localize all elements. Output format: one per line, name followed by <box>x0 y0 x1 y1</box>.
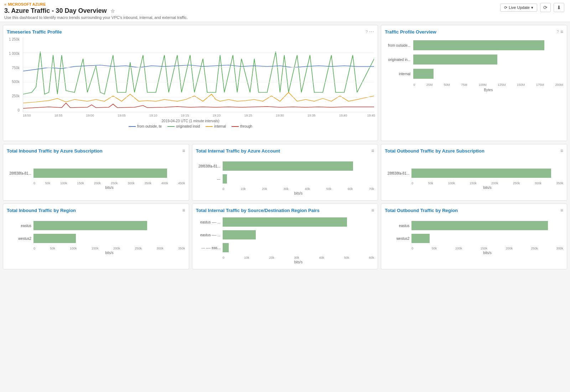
internal-pairs-bar3-container <box>223 243 374 252</box>
inbound-sub-bar-container <box>33 169 185 178</box>
outbound-sub-xlabel: bits/s <box>385 186 563 190</box>
live-update-button[interactable]: ⟳ Live Update ▾ <box>500 4 537 12</box>
outbound-region-title: Total Outbound Traffic by Region <box>385 208 458 213</box>
internal-account-bar1-label: 28f838fa-81... <box>196 164 223 168</box>
outbound-region-menu-icon[interactable]: ≡ <box>560 207 563 213</box>
bar-container-internal <box>413 69 563 79</box>
inbound-sub-bar-label: 28f838fa-81... <box>7 171 33 175</box>
ts-xlabel: 2019-04-23 UTC (1 minute intervals) <box>162 119 219 123</box>
inbound-sub-menu-icon[interactable]: ≡ <box>182 148 185 154</box>
brand-label[interactable]: MICROSOFT AZURE <box>4 2 566 6</box>
inbound-sub-chart: 28f838fa-81... 050k100k150k200k250k300k3… <box>7 156 185 191</box>
traffic-profile-overview-panel: Traffic Profile Overview ? ≡ from outsid… <box>381 25 567 141</box>
inbound-region-xaxis: 050k100k150k200k250k300k350k <box>7 247 185 250</box>
outbound-sub-bar-container <box>411 169 563 178</box>
outbound-sub-bar-label: 28f838fa-81... <box>385 171 411 175</box>
outbound-region-xlabel: bits/s <box>385 251 563 255</box>
internal-account-bar1-container <box>223 161 374 171</box>
outbound-sub-chart: 28f838fa-81... 050k100k150k200k250k300k3… <box>385 156 563 191</box>
ts-plot-area <box>23 37 374 112</box>
bar-container-from-outside <box>413 40 563 50</box>
download-button[interactable]: ⬇ <box>554 3 564 12</box>
bar-container-originated <box>413 55 563 65</box>
internal-region-pairs-panel: Total Internal Traffic by Source/Destina… <box>192 203 378 269</box>
bar-label-originated: originated in... <box>385 58 413 62</box>
inbound-region-bar2-label: westus2 <box>7 237 33 241</box>
internal-pairs-xlabel: bits/s <box>196 260 374 264</box>
traffic-profile-xlabel: Bytes <box>385 88 563 92</box>
outbound-subscription-panel: Total Outbound Traffic by Azure Subscrip… <box>381 144 567 201</box>
internal-account-menu-icon[interactable]: ≡ <box>371 148 374 154</box>
bar-label-internal: internal <box>385 72 413 76</box>
inbound-region-bar1-container <box>33 221 185 230</box>
timeseries-panel: Timeseries Traffic Profile ? ⋯ 1 250k 1 … <box>3 25 378 141</box>
page-title: 3. Azure Traffic - 30 Day Overview <box>4 7 107 14</box>
internal-region-pairs-title: Total Internal Traffic by Source/Destina… <box>196 208 320 213</box>
outbound-region-chart: eastus westus2 050k100k150k200k250k300k … <box>385 216 563 256</box>
inbound-region-chart: eastus westus2 050k100k150k200k250k300k3… <box>7 216 185 256</box>
outbound-sub-xaxis: 050k100k150k200k250k300k350k <box>385 181 563 185</box>
internal-account-xlabel: bits/s <box>196 191 374 195</box>
internal-account-title: Total Internal Traffic by Azure Account <box>196 148 280 154</box>
outbound-sub-title: Total Outbound Traffic by Azure Subscrip… <box>385 148 484 154</box>
internal-account-bar2-label: --- <box>196 177 223 181</box>
ts-legend: from outside, te originated insid intern… <box>7 124 374 128</box>
outbound-region-panel: Total Outbound Traffic by Region ≡ eastu… <box>381 203 567 269</box>
inbound-region-panel: Total Inbound Traffic by Region ≡ eastus… <box>3 203 189 269</box>
inbound-sub-xaxis: 050k100k150k200k250k300k350k400k450k <box>7 181 185 185</box>
internal-account-chart: 28f838fa-81... --- 010k20k30k40k50k60k70… <box>196 156 374 197</box>
inbound-region-bar1-label: eastus <box>7 224 33 228</box>
traffic-profile-xaxis: 025M50M75M100M125M150M175M200M <box>385 83 563 87</box>
inbound-subscription-panel: Total Inbound Traffic by Azure Subscript… <box>3 144 189 201</box>
live-update-icon: ⟳ <box>504 5 507 10</box>
internal-account-xaxis: 010k20k30k40k50k60k70k <box>196 187 374 191</box>
timeseries-title: Timeseries Traffic Profile <box>7 29 62 35</box>
ts-yaxis: 1 250k 1 000k 750k 500k 250k 0 <box>7 37 21 112</box>
timeseries-help-icon[interactable]: ? <box>366 30 368 34</box>
traffic-menu-icon[interactable]: ≡ <box>560 29 563 35</box>
internal-region-pairs-chart: eastus ---- ... eastus ---- ... --- ----… <box>196 216 374 265</box>
outbound-region-bar1-label: eastus <box>385 224 411 228</box>
star-icon[interactable]: ☆ <box>110 8 115 14</box>
internal-pairs-bar1-container <box>223 217 374 227</box>
internal-pairs-bar1-label: eastus ---- ... <box>196 220 223 224</box>
internal-pairs-bar3-label: --- ---- eas... <box>196 246 223 250</box>
outbound-region-bar1-container <box>411 221 563 230</box>
internal-region-pairs-menu-icon[interactable]: ≡ <box>371 207 374 213</box>
internal-pairs-bar2-container <box>223 230 374 239</box>
internal-account-bar2-container <box>223 174 374 184</box>
dropdown-icon: ▾ <box>531 5 533 10</box>
legend-originated: originated insid <box>176 124 200 128</box>
legend-from-outside: from outside, te <box>137 124 162 128</box>
live-update-label: Live Update <box>509 5 530 10</box>
inbound-region-xlabel: bits/s <box>7 251 185 255</box>
internal-account-panel: Total Internal Traffic by Azure Account … <box>192 144 378 201</box>
outbound-region-bar2-container <box>411 234 563 243</box>
timeseries-menu-icon[interactable]: ⋯ <box>369 29 374 35</box>
inbound-region-menu-icon[interactable]: ≡ <box>182 207 185 213</box>
traffic-profile-title: Traffic Profile Overview <box>385 29 436 35</box>
outbound-sub-menu-icon[interactable]: ≡ <box>560 148 563 154</box>
refresh-button[interactable]: ⟳ <box>540 3 551 12</box>
internal-pairs-xaxis: 010k20k30k40k50k60k <box>196 256 374 259</box>
outbound-region-xaxis: 050k100k150k200k250k300k <box>385 247 563 250</box>
bar-label-from-outside: from outside... <box>385 43 413 47</box>
legend-internal: internal <box>214 124 226 128</box>
inbound-sub-title: Total Inbound Traffic by Azure Subscript… <box>7 148 103 154</box>
internal-pairs-bar2-label: eastus ---- ... <box>196 233 223 237</box>
traffic-help-icon[interactable]: ? <box>557 30 559 34</box>
outbound-region-bar2-label: westus2 <box>385 237 411 241</box>
legend-through: through <box>240 124 252 128</box>
inbound-region-title: Total Inbound Traffic by Region <box>7 208 76 213</box>
traffic-profile-chart: from outside... originated in... interna… <box>385 37 563 95</box>
inbound-sub-xlabel: bits/s <box>7 186 185 190</box>
page-subtitle: Use this dashboard to identify macro tre… <box>4 15 566 20</box>
inbound-region-bar2-container <box>33 234 185 243</box>
